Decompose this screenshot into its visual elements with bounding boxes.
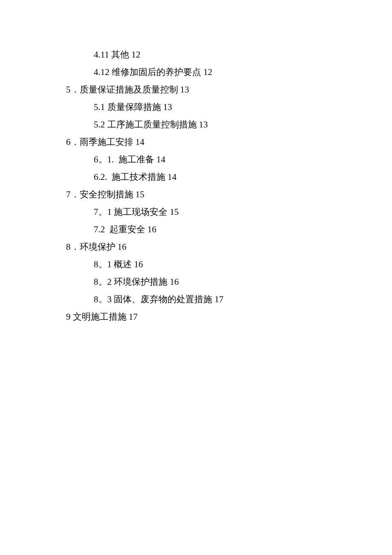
toc-entry: 8．环境保护 16 bbox=[66, 238, 349, 256]
table-of-contents: 4.11 其他 12 4.12 维修加固后的养护要点 12 5．质量保证措施及质… bbox=[66, 46, 349, 326]
toc-entry: 4.12 维修加固后的养护要点 12 bbox=[66, 64, 349, 81]
toc-entry: 7。1 施工现场安全 15 bbox=[66, 203, 349, 221]
toc-entry: 6。1. 施工准备 14 bbox=[66, 151, 349, 168]
toc-entry: 7．安全控制措施 15 bbox=[66, 186, 349, 203]
toc-entry: 8。1 概述 16 bbox=[66, 256, 349, 273]
toc-entry: 6.2. 施工技术措施 14 bbox=[66, 168, 349, 186]
toc-entry: 8。3 固体、废弃物的处置措施 17 bbox=[66, 291, 349, 308]
toc-entry: 5．质量保证措施及质量控制 13 bbox=[66, 81, 349, 98]
toc-entry: 6．雨季施工安排 14 bbox=[66, 133, 349, 151]
toc-entry: 5.2 工序施工质量控制措施 13 bbox=[66, 116, 349, 133]
toc-entry: 7.2 起重安全 16 bbox=[66, 221, 349, 238]
toc-entry: 8。2 环境保护措施 16 bbox=[66, 273, 349, 291]
toc-entry: 5.1 质量保障措施 13 bbox=[66, 98, 349, 116]
toc-entry: 9 文明施工措施 17 bbox=[66, 308, 349, 326]
toc-entry: 4.11 其他 12 bbox=[66, 46, 349, 64]
